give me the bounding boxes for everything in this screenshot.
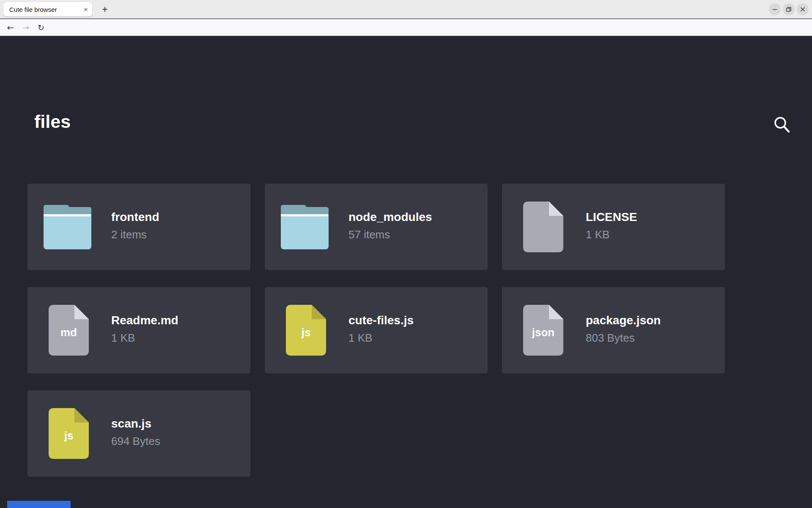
restore-icon — [786, 6, 792, 12]
file-size: 1 KB — [348, 331, 414, 345]
file-grid: frontend 2 items node_modules 57 items — [27, 184, 739, 477]
file-card[interactable]: LICENSE 1 KB — [502, 184, 725, 270]
maximize-button[interactable] — [783, 3, 795, 15]
minimize-icon — [772, 6, 778, 12]
browser-titlebar: Cute file browser × + — [0, 0, 812, 19]
search-button[interactable] — [771, 114, 792, 135]
back-button[interactable]: ← — [3, 19, 18, 36]
file-type-badge: js — [286, 326, 326, 339]
reload-button[interactable]: ↻ — [34, 19, 48, 36]
file-size: 1 KB — [111, 331, 178, 345]
file-card[interactable]: md Readme.md 1 KB — [27, 287, 250, 373]
file-size: 57 items — [348, 228, 432, 241]
file-name: package.json — [586, 314, 661, 327]
page-title: files — [34, 111, 71, 132]
file-name: cute-files.js — [348, 314, 414, 327]
new-tab-button[interactable]: + — [99, 0, 111, 19]
file-name: LICENSE — [586, 210, 637, 224]
search-icon — [771, 114, 792, 135]
file-size: 803 Bytes — [586, 331, 661, 345]
minimize-button[interactable] — [769, 3, 781, 15]
tab-close-button[interactable]: × — [80, 6, 88, 13]
close-button[interactable] — [797, 3, 809, 15]
file-size: 1 KB — [586, 228, 637, 241]
file-icon: js — [286, 305, 326, 356]
tab-title: Cute file browser — [9, 6, 80, 13]
file-name: frontend — [111, 210, 159, 224]
file-type-badge: md — [49, 326, 89, 339]
file-name: Readme.md — [111, 314, 178, 327]
file-type-badge: js — [49, 429, 89, 442]
file-icon: md — [49, 305, 89, 356]
page-content: files frontend 2 items — [0, 36, 812, 508]
file-name: scan.js — [111, 417, 160, 431]
file-size: 2 items — [111, 228, 159, 241]
file-card[interactable]: node_modules 57 items — [265, 184, 488, 270]
file-icon: json — [523, 305, 563, 356]
file-icon: js — [49, 408, 89, 459]
file-type-badge: json — [523, 326, 563, 339]
file-card[interactable]: js cute-files.js 1 KB — [265, 287, 488, 373]
folder-icon — [44, 205, 91, 249]
file-card[interactable]: json package.json 803 Bytes — [502, 287, 725, 373]
file-name: node_modules — [348, 210, 432, 224]
browser-toolbar: ← → ↻ — [0, 19, 812, 36]
file-icon — [523, 202, 563, 252]
bottom-blue-bar — [7, 501, 71, 508]
close-icon — [800, 6, 806, 12]
browser-tab[interactable]: Cute file browser × — [3, 2, 92, 17]
folder-icon — [281, 205, 329, 249]
file-card[interactable]: frontend 2 items — [27, 184, 250, 270]
file-size: 694 Bytes — [111, 435, 160, 448]
forward-button: → — [19, 19, 33, 36]
file-card[interactable]: js scan.js 694 Bytes — [27, 390, 250, 477]
